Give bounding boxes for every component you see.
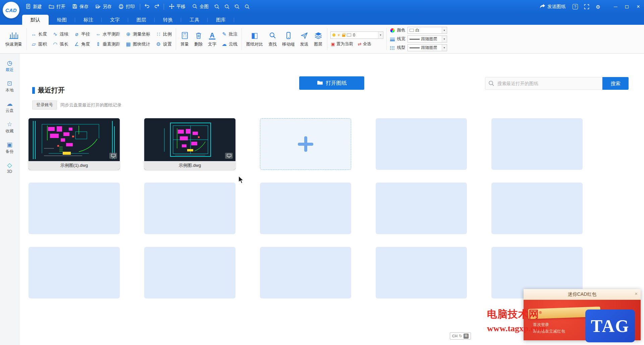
sidebar-item-backup[interactable]: ▣备份: [0, 139, 19, 157]
annotate-button[interactable]: ✎批注: [219, 31, 240, 37]
layer-select-arrow[interactable]: ▾: [378, 32, 383, 39]
app-logo[interactable]: CAD: [3, 2, 19, 18]
save-button[interactable]: 保存: [69, 0, 92, 13]
pan-button[interactable]: 平移: [166, 0, 189, 13]
send-label: 发送: [300, 42, 309, 47]
sidebar-item-recent[interactable]: ◷最近: [0, 58, 19, 75]
quantity-button[interactable]: 算量: [178, 31, 192, 47]
measure-vertical-button[interactable]: ⇕垂直测距: [93, 41, 122, 47]
zoom-out-button[interactable]: −: [222, 0, 232, 13]
measure-coordinate-button[interactable]: ⊕测量坐标: [123, 31, 153, 37]
minimize-button[interactable]: [610, 0, 621, 13]
lineweight-label: 线宽: [397, 36, 406, 42]
quantity-label: 算量: [180, 42, 189, 47]
redo-button[interactable]: [152, 0, 162, 13]
text-tool-button[interactable]: A 文字: [205, 31, 219, 47]
layer-color-swatch: [347, 33, 351, 37]
titlebar: 新建 打开 保存 另存 打印 平移 全图 + − □: [0, 0, 644, 13]
measure-horizontal-button[interactable]: ⇔水平测距: [93, 31, 122, 37]
close-button[interactable]: ×: [633, 0, 644, 13]
button-label: 半径: [81, 31, 90, 37]
zoom-previous-button[interactable]: [242, 0, 252, 13]
drawing-compare-button[interactable]: ◧ 图纸对比: [244, 31, 266, 47]
block-statistics-icon: ▦: [125, 42, 131, 47]
color-wheel-icon: [390, 28, 395, 33]
annotate-group: ✎批注 ☁云线: [219, 29, 240, 49]
file-card[interactable]: 示例图(1).dwg: [29, 118, 120, 170]
block-statistics-button[interactable]: ▦图块统计: [123, 41, 153, 47]
zoom-extents-button[interactable]: 全图: [189, 0, 212, 13]
help-icon: ?: [573, 4, 578, 9]
measure-length-button[interactable]: ↔长度: [29, 31, 49, 37]
scale-button[interactable]: ∷比例: [153, 31, 174, 37]
send-drawing-button[interactable]: 发送图纸: [536, 4, 569, 10]
sidebar-item-label: 3D: [7, 169, 12, 174]
send-button[interactable]: 发送: [298, 31, 311, 47]
color-select-value: 白: [416, 27, 420, 33]
tab-text[interactable]: 文字: [102, 15, 128, 25]
quick-measure-button[interactable]: 快速测量: [3, 31, 25, 47]
set-current-layer-button[interactable]: ▣置为当前: [331, 41, 353, 47]
sidebar: ◷最近 ⊡本地 ☁云盘 ☆收藏 ▣备份 ◇3D: [0, 54, 19, 345]
find-button[interactable]: 查找: [266, 31, 279, 47]
open-drawing-button[interactable]: 打开图纸: [299, 76, 364, 90]
tab-annotate[interactable]: 标注: [75, 15, 102, 25]
file-card[interactable]: 示例图.dwg: [144, 118, 235, 170]
tab-convert[interactable]: 转换: [155, 15, 181, 25]
new-file-button[interactable]: 新建: [22, 0, 45, 13]
linetype-select-arrow[interactable]: ▾: [442, 45, 447, 51]
measure-arc-length-button[interactable]: ◠弧长: [50, 41, 71, 47]
revision-cloud-button[interactable]: ☁云线: [219, 41, 240, 47]
measure-continuous-button[interactable]: ∿连续: [50, 31, 71, 37]
tab-default[interactable]: 默认: [22, 15, 49, 25]
login-button[interactable]: 登录账号: [32, 100, 57, 110]
measure-angle-button[interactable]: ∠角度: [71, 41, 92, 47]
lineweight-select-arrow[interactable]: ▾: [442, 36, 447, 42]
tab-tools[interactable]: 工具: [181, 15, 208, 25]
lineweight-select[interactable]: 跟随图层 ▾: [408, 36, 447, 43]
measure-area-button[interactable]: ▱面积: [29, 41, 49, 47]
sidebar-item-local[interactable]: ⊡本地: [0, 78, 19, 95]
button-label: 长度: [38, 31, 47, 37]
fullscreen-button[interactable]: [582, 4, 592, 9]
layer-select[interactable]: ☀ 0 ▾: [330, 31, 383, 39]
measure-settings-button[interactable]: ⚙设置: [153, 41, 174, 47]
zoom-window-button[interactable]: □: [232, 0, 242, 13]
maximize-button[interactable]: [621, 0, 633, 13]
compare-icon: ◧: [251, 31, 258, 40]
print-button[interactable]: 打印: [115, 0, 138, 13]
color-select[interactable]: 白 ▾: [408, 27, 447, 34]
new-file-label: 新建: [33, 4, 42, 10]
add-drawing-card[interactable]: [260, 118, 351, 170]
tab-draw[interactable]: 绘图: [49, 15, 75, 25]
settings-icon: ⚙: [156, 42, 161, 47]
help-button[interactable]: ?: [570, 4, 580, 9]
linetype-select[interactable]: 跟随图层 ▾: [408, 44, 447, 51]
tab-layer[interactable]: 图层: [128, 15, 155, 25]
undo-button[interactable]: [142, 0, 152, 13]
open-file-button[interactable]: 打开: [45, 0, 69, 13]
measure-radius-button[interactable]: ⌀半径: [71, 31, 92, 37]
mobile-button[interactable]: 移动端: [279, 31, 298, 47]
save-as-button[interactable]: 另存: [92, 0, 115, 13]
search-bar: 搜索: [485, 77, 629, 90]
search-button[interactable]: 搜索: [602, 77, 629, 90]
zoom-in-button[interactable]: +: [212, 0, 222, 13]
delete-button[interactable]: 删除: [192, 31, 205, 47]
tab-library[interactable]: 图库: [208, 15, 234, 25]
sidebar-item-3d[interactable]: ◇3D: [0, 160, 19, 176]
color-label: 颜色: [397, 27, 406, 33]
settings-button[interactable]: ⚙: [593, 4, 603, 9]
gear-icon: ⚙: [596, 4, 600, 9]
sidebar-item-favorites[interactable]: ☆收藏: [0, 119, 19, 136]
color-select-arrow[interactable]: ▾: [442, 27, 447, 33]
ribbon-toolbar: 快速测量 ↔长度 ▱面积 ∿连续 ◠弧长 ⌀半径 ∠角度 ⇔水平测距 ⇕垂直测距…: [0, 25, 644, 54]
button-label: 设置: [163, 41, 172, 47]
popup-close-icon[interactable]: ×: [635, 291, 638, 296]
sidebar-item-cloud[interactable]: ☁云盘: [0, 98, 19, 116]
select-all-button[interactable]: ⇄全选: [358, 41, 371, 47]
tab-label: 默认: [31, 17, 40, 22]
layers-button[interactable]: 图层: [311, 31, 325, 47]
search-input[interactable]: [485, 77, 602, 90]
input-language-badge[interactable]: CH ↻ 简: [450, 332, 471, 340]
